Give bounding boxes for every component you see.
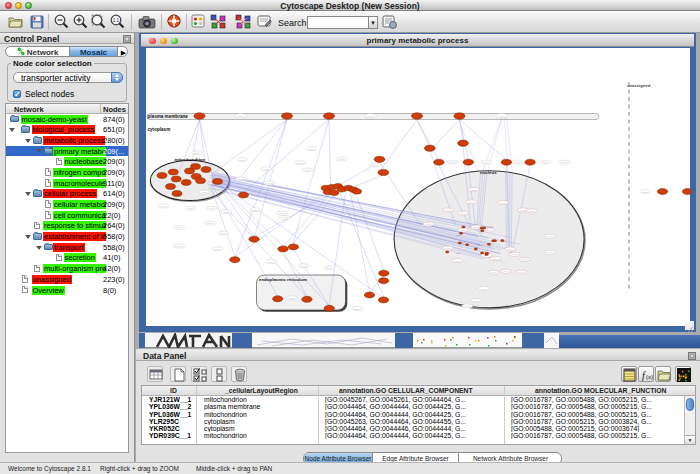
svg-text:xxxxx: xxxxx: [223, 211, 230, 214]
svg-text:xxxxx: xxxxx: [300, 265, 307, 268]
svg-text:xxxxx: xxxxx: [444, 247, 451, 250]
svg-text:xxxxx: xxxxx: [268, 261, 275, 264]
svg-text:xxxxx: xxxxx: [338, 158, 345, 161]
svg-text:mitochondrion: mitochondrion: [174, 157, 205, 162]
svg-text:xxxxx: xxxxx: [486, 229, 493, 232]
svg-text:xxxxx: xxxxx: [304, 169, 311, 172]
svg-text:xxxxx: xxxxx: [425, 223, 432, 226]
svg-text:xxxxx: xxxxx: [220, 232, 227, 235]
svg-text:xxxxx: xxxxx: [480, 288, 487, 291]
svg-text:xxxxx: xxxxx: [546, 235, 553, 238]
svg-text:xxxxx: xxxxx: [542, 161, 549, 164]
svg-text:xxxxx: xxxxx: [367, 115, 374, 118]
svg-text:endoplasmic reticulum: endoplasmic reticulum: [259, 277, 307, 282]
svg-text:xxxxx: xxxxx: [194, 152, 201, 155]
svg-text:xxxxx: xxxxx: [354, 308, 361, 311]
svg-text:plasma membrane: plasma membrane: [147, 114, 188, 119]
svg-text:xxxxx: xxxxx: [473, 300, 480, 303]
svg-text:xxxxx: xxxxx: [471, 189, 478, 192]
svg-text:xxxxx: xxxxx: [176, 245, 183, 248]
svg-text:xxxxx: xxxxx: [289, 297, 296, 300]
svg-text:xxxxx: xxxxx: [187, 207, 194, 210]
svg-text:xxxxx: xxxxx: [502, 270, 509, 273]
svg-text:xxxxx: xxxxx: [561, 161, 568, 164]
svg-text:xxxxx: xxxxx: [514, 161, 521, 164]
svg-text:xxxxx: xxxxx: [490, 271, 497, 274]
svg-text:xxxxx: xxxxx: [237, 115, 244, 118]
svg-text:xxxxx: xxxxx: [207, 222, 214, 225]
svg-text:xxxxx: xxxxx: [521, 258, 528, 261]
svg-text:xxxxx: xxxxx: [511, 253, 518, 256]
svg-text:xxxxx: xxxxx: [449, 161, 456, 164]
svg-text:xxxxx: xxxxx: [238, 178, 245, 181]
svg-text:cytoplasm: cytoplasm: [147, 127, 170, 132]
svg-text:xxxxx: xxxxx: [507, 248, 514, 251]
svg-text:xxxxx: xxxxx: [492, 258, 499, 261]
svg-text:xxxxx: xxxxx: [297, 162, 304, 165]
svg-text:xxxxx: xxxxx: [201, 191, 208, 194]
svg-text:(x): (x): [646, 374, 653, 380]
svg-text:xxxxx: xxxxx: [208, 207, 215, 210]
svg-text:unassigned: unassigned: [627, 83, 651, 88]
svg-text:xxxxx: xxxxx: [266, 182, 273, 185]
svg-text:1:1: 1:1: [113, 18, 120, 23]
svg-text:xxxxx: xxxxx: [642, 191, 649, 194]
svg-text:xxxxx: xxxxx: [498, 115, 505, 118]
svg-text:xxxxx: xxxxx: [278, 212, 285, 215]
svg-text:xxxxx: xxxxx: [473, 226, 480, 229]
svg-text:xxxxx: xxxxx: [251, 209, 258, 212]
svg-text:xxxxx: xxxxx: [454, 260, 461, 263]
svg-text:xxxxx: xxxxx: [176, 226, 183, 229]
svg-text:xxxxx: xxxxx: [214, 248, 221, 251]
svg-text:xxxxx: xxxxx: [464, 305, 471, 308]
svg-text:xxxxx: xxxxx: [460, 212, 467, 215]
svg-text:xxxxx: xxxxx: [519, 209, 526, 212]
svg-text:xxxxx: xxxxx: [238, 159, 245, 162]
svg-text:nucleus: nucleus: [480, 170, 497, 175]
svg-text:xxxxx: xxxxx: [326, 267, 333, 270]
svg-text:xxxxx: xxxxx: [460, 229, 467, 232]
svg-text:xxxxx: xxxxx: [263, 168, 270, 171]
svg-text:xxxxx: xxxxx: [468, 201, 475, 204]
svg-text:xxxxx: xxxxx: [518, 271, 525, 274]
svg-text:xxxxx: xxxxx: [483, 161, 490, 164]
svg-text:xxxxx: xxxxx: [372, 164, 379, 167]
svg-text:xxxxx: xxxxx: [499, 202, 506, 205]
svg-text:xxxxx: xxxxx: [444, 209, 451, 212]
svg-text:xxxxx: xxxxx: [547, 251, 554, 254]
svg-text:xxxxx: xxxxx: [308, 148, 315, 151]
svg-text:xxxxx: xxxxx: [160, 205, 167, 208]
svg-text:xxxxx: xxxxx: [528, 210, 535, 213]
svg-text:xxxxx: xxxxx: [281, 216, 288, 219]
